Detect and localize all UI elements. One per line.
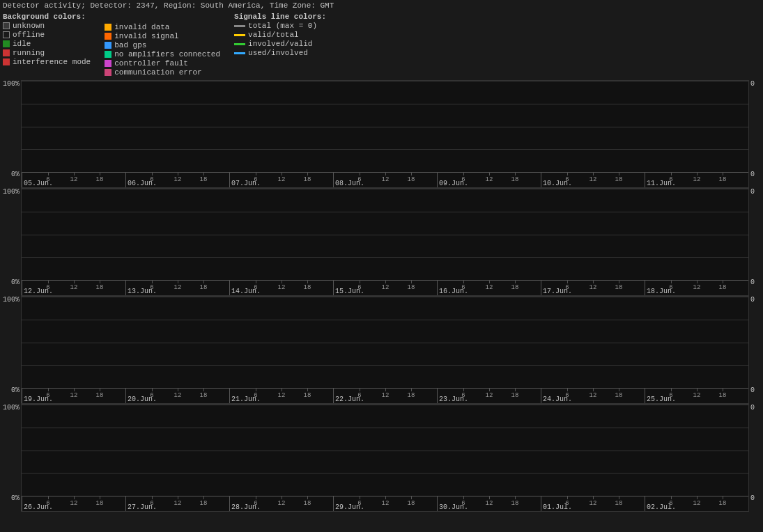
x-day-2-3: 22.Jun.61218 xyxy=(333,389,437,403)
x-day-2-2: 21.Jun.61218 xyxy=(229,389,333,403)
y-axis-right-0: 00 xyxy=(749,80,763,188)
legend-invalid-data: invalid data xyxy=(105,23,220,31)
legend-no-amp: no amplifiers connected xyxy=(105,50,220,58)
chart-section-0: 100%0%05.Jun.6121806.Jun.6121807.Jun.612… xyxy=(0,80,763,188)
interference-color xyxy=(3,58,10,65)
chart-area-0: 05.Jun.6121806.Jun.6121807.Jun.6121808.J… xyxy=(21,80,749,188)
y-axis-right-3: 00 xyxy=(749,404,763,512)
x-day-2-6: 25.Jun.61218 xyxy=(645,389,748,403)
legend-valid-total: valid/total xyxy=(234,31,326,39)
y-axis-left-3: 100%0% xyxy=(0,404,21,512)
legend-total: total (max = 0) xyxy=(234,22,326,30)
chart-section-1: 100%0%12.Jun.6121813.Jun.6121814.Jun.612… xyxy=(0,188,763,296)
chart-container-2: 100%0%19.Jun.6121820.Jun.6121821.Jun.612… xyxy=(0,296,763,404)
y-axis-left-0: 100%0% xyxy=(0,80,21,188)
chart-inner-3 xyxy=(22,405,748,496)
x-day-0-3: 08.Jun.61218 xyxy=(333,173,437,187)
legend-comm-error: communication error xyxy=(105,68,220,77)
legend-warning-spacer xyxy=(105,13,220,22)
legend-bg-title: Background colors: xyxy=(3,13,91,21)
x-day-3-3: 29.Jun.61218 xyxy=(333,496,437,511)
x-day-3-2: 28.Jun.61218 xyxy=(229,496,333,511)
legend-interference: interference mode xyxy=(3,58,91,66)
x-axis-1: 12.Jun.6121813.Jun.6121814.Jun.6121815.J… xyxy=(22,280,748,295)
legend-unknown: unknown xyxy=(3,22,91,30)
x-day-1-2: 14.Jun.61218 xyxy=(229,281,333,295)
legend-idle: idle xyxy=(3,40,91,48)
y-axis-right-1: 00 xyxy=(749,188,763,296)
chart-container-0: 100%0%05.Jun.6121806.Jun.6121807.Jun.612… xyxy=(0,80,763,188)
legend-invalid-signal: invalid signal xyxy=(105,32,220,40)
legend-bg-col: Background colors: unknown offline idle … xyxy=(3,13,91,77)
x-day-3-0: 26.Jun.61218 xyxy=(22,496,125,511)
y-axis-left-1: 100%0% xyxy=(0,188,21,296)
legend-involved-valid: involved/valid xyxy=(234,40,326,48)
x-day-2-1: 20.Jun.61218 xyxy=(125,389,229,403)
chart-inner-2 xyxy=(22,297,748,388)
x-axis-2: 19.Jun.6121820.Jun.6121821.Jun.6121822.J… xyxy=(22,388,748,403)
ctrl-fault-color xyxy=(105,60,111,67)
x-day-0-5: 10.Jun.61218 xyxy=(541,173,645,187)
x-day-0-4: 09.Jun.61218 xyxy=(437,173,541,187)
chart-area-3: 26.Jun.6121827.Jun.6121828.Jun.6121829.J… xyxy=(21,404,749,512)
invalid-data-color xyxy=(105,24,111,31)
comm-error-color xyxy=(105,69,111,76)
legend-container: Background colors: unknown offline idle … xyxy=(0,11,763,80)
x-day-2-0: 19.Jun.61218 xyxy=(22,389,125,403)
chart-section-2: 100%0%19.Jun.6121820.Jun.6121821.Jun.612… xyxy=(0,296,763,404)
legend-running: running xyxy=(3,49,91,57)
chart-area-1: 12.Jun.6121813.Jun.6121814.Jun.6121815.J… xyxy=(21,188,749,296)
offline-color xyxy=(3,31,10,38)
involved-valid-color xyxy=(234,43,245,45)
x-day-0-1: 06.Jun.61218 xyxy=(125,173,229,187)
legend-signals-title: Signals line colors: xyxy=(234,13,326,21)
x-axis-3: 26.Jun.6121827.Jun.6121828.Jun.6121829.J… xyxy=(22,496,748,511)
header-title: Detector activity; Detector: 2347, Regio… xyxy=(3,1,334,10)
x-day-0-0: 05.Jun.61218 xyxy=(22,173,125,187)
x-day-1-0: 12.Jun.61218 xyxy=(22,281,125,295)
chart-container-1: 100%0%12.Jun.6121813.Jun.6121814.Jun.612… xyxy=(0,188,763,296)
valid-total-color xyxy=(234,34,245,36)
x-day-2-4: 23.Jun.61218 xyxy=(437,389,541,403)
charts-wrapper: 100%0%05.Jun.6121806.Jun.6121807.Jun.612… xyxy=(0,80,763,512)
legend-bad-gps: bad gps xyxy=(105,41,220,49)
idle-color xyxy=(3,40,10,47)
x-day-1-3: 15.Jun.61218 xyxy=(333,281,437,295)
x-day-0-6: 11.Jun.61218 xyxy=(645,173,748,187)
x-axis-0: 05.Jun.6121806.Jun.6121807.Jun.6121808.J… xyxy=(22,172,748,187)
x-day-3-1: 27.Jun.61218 xyxy=(125,496,229,511)
chart-inner-0 xyxy=(22,81,748,172)
x-day-3-6: 02.Jul.61218 xyxy=(645,496,748,511)
bad-gps-color xyxy=(105,42,111,49)
chart-inner-1 xyxy=(22,189,748,280)
chart-area-2: 19.Jun.6121820.Jun.6121821.Jun.6121822.J… xyxy=(21,296,749,404)
x-day-3-5: 01.Jul.61218 xyxy=(541,496,645,511)
legend-signals-col: Signals line colors: total (max = 0) val… xyxy=(234,13,326,77)
x-day-1-1: 13.Jun.61218 xyxy=(125,281,229,295)
used-involved-color xyxy=(234,52,245,54)
legend-warning-col: invalid data invalid signal bad gps no a… xyxy=(105,13,220,77)
x-day-2-5: 24.Jun.61218 xyxy=(541,389,645,403)
x-day-1-5: 17.Jun.61218 xyxy=(541,281,645,295)
y-axis-left-2: 100%0% xyxy=(0,296,21,404)
legend-ctrl-fault: controller fault xyxy=(105,59,220,68)
invalid-signal-color xyxy=(105,33,111,40)
x-day-3-4: 30.Jun.61218 xyxy=(437,496,541,511)
running-color xyxy=(3,49,10,56)
unknown-color xyxy=(3,22,10,29)
x-day-0-2: 07.Jun.61218 xyxy=(229,173,333,187)
legend-offline: offline xyxy=(3,31,91,39)
x-day-1-4: 16.Jun.61218 xyxy=(437,281,541,295)
no-amp-color xyxy=(105,51,111,58)
chart-section-3: 100%0%26.Jun.6121827.Jun.6121828.Jun.612… xyxy=(0,404,763,512)
legend-used-involved: used/involved xyxy=(234,49,326,57)
x-day-1-6: 18.Jun.61218 xyxy=(645,281,748,295)
y-axis-right-2: 00 xyxy=(749,296,763,404)
page-header: Detector activity; Detector: 2347, Regio… xyxy=(0,0,763,11)
total-line-color xyxy=(234,25,245,27)
chart-container-3: 100%0%26.Jun.6121827.Jun.6121828.Jun.612… xyxy=(0,404,763,512)
